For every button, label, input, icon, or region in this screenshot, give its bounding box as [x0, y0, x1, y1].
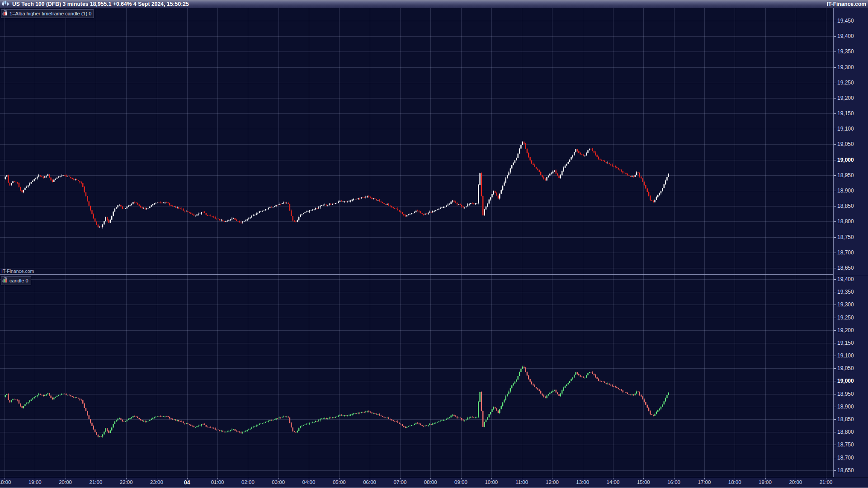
price-tick-label: 18,700 [837, 249, 854, 256]
time-tick-label: 02:00 [241, 479, 255, 485]
price-tick-mark [834, 470, 836, 471]
charting-application-window: US Tech 100 (DFB) 3 minutes 18,955.1 +0.… [0, 0, 868, 488]
time-tick-label: 07:00 [394, 479, 407, 485]
price-tick-label: 19,400 [837, 33, 854, 39]
price-tick-mark [834, 381, 836, 381]
price-tick-mark [834, 445, 836, 445]
price-tick-label: 19,100 [837, 126, 854, 132]
price-tick-label: 18,800 [837, 218, 854, 225]
down-candle-wicks [8, 366, 653, 437]
wrench-icon[interactable] [1, 10, 7, 16]
price-tick-mark [834, 253, 836, 253]
time-tick-label: 19:00 [759, 479, 772, 485]
price-panel-alba-indicator[interactable]: 1=Alba higher timeframe candle (1) 0 IT-… [0, 8, 833, 275]
candlestick-chart-icon [2, 0, 9, 7]
price-tick-mark [834, 98, 836, 99]
time-tick-label: 18:00 [728, 479, 741, 485]
up-candle-bodies [5, 142, 669, 227]
price-tick-mark [834, 67, 836, 68]
price-tick-mark [834, 407, 836, 407]
time-tick-label: 17:00 [698, 479, 711, 485]
price-tick-mark [834, 83, 836, 83]
price-tick-mark [834, 36, 836, 37]
time-tick-label: 22:00 [120, 479, 133, 485]
panel-divider[interactable] [833, 275, 868, 275]
price-tick-label: 19,200 [837, 95, 854, 101]
price-axis[interactable]: 19,45019,40019,35019,30019,25019,20019,1… [834, 8, 868, 477]
time-axis[interactable]: 18:0019:0020:0021:0022:0023:000401:0002:… [0, 478, 868, 488]
indicator-label-box-candle[interactable]: candle 0 [1, 277, 31, 285]
price-tick-label: 19,300 [837, 64, 854, 70]
up-candle-wicks [5, 366, 669, 438]
price-tick-mark [834, 318, 836, 318]
price-tick-label: 18,800 [837, 429, 854, 435]
price-tick-mark [834, 394, 836, 394]
price-tick-label: 19,400 [837, 276, 854, 282]
time-tick-label: 15:00 [637, 479, 650, 485]
price-panel-main[interactable]: candle 0 [0, 275, 833, 477]
price-tick-mark [834, 175, 836, 176]
price-tick-label: 18,700 [837, 455, 854, 461]
price-tick-mark [834, 237, 836, 238]
price-tick-mark [834, 144, 836, 145]
brand-link-top[interactable]: IT-Finance.com [827, 1, 866, 7]
price-tick-label: 19,050 [837, 365, 854, 371]
price-tick-mark [834, 221, 836, 222]
price-tick-label: 18,950 [837, 391, 854, 397]
instrument-summary: US Tech 100 (DFB) 3 minutes 18,955.1 +0.… [12, 1, 189, 7]
price-tick-label: 19,350 [837, 289, 854, 295]
time-tick-label: 06:00 [363, 479, 376, 485]
price-tick-label: 18,950 [837, 172, 854, 178]
price-tick-mark [834, 432, 836, 432]
indicator-label-box-alba[interactable]: 1=Alba higher timeframe candle (1) 0 [1, 9, 94, 18]
time-tick-label: 13:00 [576, 479, 589, 485]
price-tick-mark [834, 368, 836, 369]
price-tick-label: 19,100 [837, 352, 854, 359]
price-tick-label: 19,200 [837, 327, 854, 333]
price-tick-label: 18,650 [837, 265, 854, 271]
up-candle-bodies [5, 367, 669, 437]
price-tick-label: 19,300 [837, 301, 854, 308]
price-tick-label: 18,850 [837, 203, 854, 209]
price-tick-label: 19,250 [837, 80, 854, 86]
price-tick-mark [834, 113, 836, 114]
price-tick-label: 18,900 [837, 188, 854, 194]
price-tick-mark [834, 129, 836, 129]
price-tick-mark [834, 21, 836, 21]
time-tick-label: 20:00 [59, 479, 72, 485]
price-tick-mark [834, 268, 836, 268]
price-tick-mark [834, 305, 836, 305]
time-tick-label: 18:00 [0, 479, 11, 485]
time-tick-label: 12:00 [546, 479, 559, 485]
price-tick-label: 19,350 [837, 48, 854, 55]
price-tick-mark [834, 356, 836, 356]
price-tick-mark [834, 279, 836, 280]
time-tick-label: 09:00 [454, 479, 467, 485]
price-tick-label: 19,450 [837, 18, 854, 24]
time-tick-label: 04:00 [302, 479, 316, 485]
time-tick-label: 05:00 [333, 479, 346, 485]
down-candle-bodies [8, 367, 654, 437]
wrench-icon[interactable] [1, 277, 7, 283]
candlestick-chart-upper [0, 8, 833, 275]
time-tick-label: 23:00 [150, 479, 163, 485]
price-tick-mark [834, 52, 836, 52]
price-tick-label: 18,650 [837, 467, 854, 474]
price-tick-mark [834, 330, 836, 331]
time-tick-label: 03:00 [272, 479, 285, 485]
time-tick-label: 19:00 [28, 479, 42, 485]
price-tick-label: 19,000 [837, 378, 854, 384]
time-tick-label: 14:00 [607, 479, 620, 485]
watermark-brand: IT-Finance.com [1, 268, 34, 274]
time-tick-label: 10:00 [485, 479, 498, 485]
price-tick-mark [834, 292, 836, 292]
price-tick-mark [834, 343, 836, 343]
indicator-label: 1=Alba higher timeframe candle (1) 0 [9, 11, 91, 17]
price-tick-label: 18,750 [837, 234, 854, 240]
down-candle-bodies [8, 142, 654, 227]
candlestick-chart-lower [0, 275, 833, 477]
up-candle-wicks [5, 141, 669, 228]
title-bar: US Tech 100 (DFB) 3 minutes 18,955.1 +0.… [0, 0, 868, 8]
price-tick-mark [834, 206, 836, 206]
time-tick-label: 08:00 [424, 479, 437, 485]
